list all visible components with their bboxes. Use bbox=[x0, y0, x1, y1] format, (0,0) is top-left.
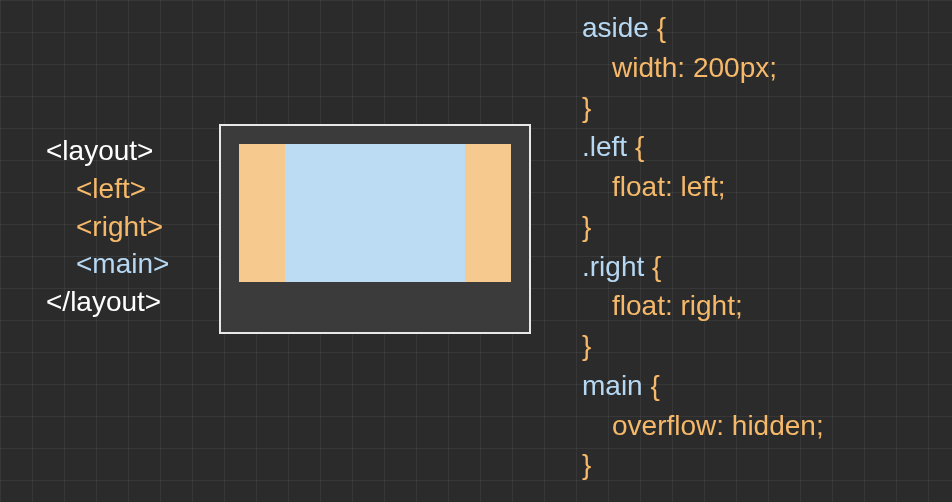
layout-diagram bbox=[219, 124, 531, 334]
css-selector-right: .right bbox=[582, 251, 652, 282]
layout-close-tag: </layout> bbox=[46, 283, 169, 321]
layout-open-tag: <layout> bbox=[46, 132, 169, 170]
diagram-main-column bbox=[285, 144, 465, 282]
diagram-left-column bbox=[239, 144, 285, 282]
brace-open: { bbox=[657, 12, 666, 43]
css-selector-main: main bbox=[582, 370, 650, 401]
css-prop-width: width: 200px; bbox=[582, 48, 824, 88]
css-prop-float-right: float: right; bbox=[582, 286, 824, 326]
html-structure-code: <layout> <left> <right> <main> </layout> bbox=[46, 132, 169, 321]
css-code: aside { width: 200px; } .left { float: l… bbox=[582, 8, 824, 485]
css-rule-left-open: .left { bbox=[582, 127, 824, 167]
css-rule-aside-open: aside { bbox=[582, 8, 824, 48]
right-tag: <right> bbox=[46, 208, 169, 246]
brace-open: { bbox=[652, 251, 661, 282]
css-selector-aside: aside bbox=[582, 12, 657, 43]
layout-diagram-inner bbox=[239, 144, 511, 282]
css-rule-main-open: main { bbox=[582, 366, 824, 406]
brace-close: } bbox=[582, 445, 824, 485]
main-tag: <main> bbox=[46, 245, 169, 283]
brace-open: { bbox=[650, 370, 659, 401]
css-prop-overflow: overflow: hidden; bbox=[582, 406, 824, 446]
diagram-right-column bbox=[465, 144, 511, 282]
brace-close: } bbox=[582, 88, 824, 128]
css-selector-left: .left bbox=[582, 131, 635, 162]
css-prop-float-left: float: left; bbox=[582, 167, 824, 207]
brace-open: { bbox=[635, 131, 644, 162]
brace-close: } bbox=[582, 326, 824, 366]
left-tag: <left> bbox=[46, 170, 169, 208]
brace-close: } bbox=[582, 207, 824, 247]
css-rule-right-open: .right { bbox=[582, 247, 824, 287]
